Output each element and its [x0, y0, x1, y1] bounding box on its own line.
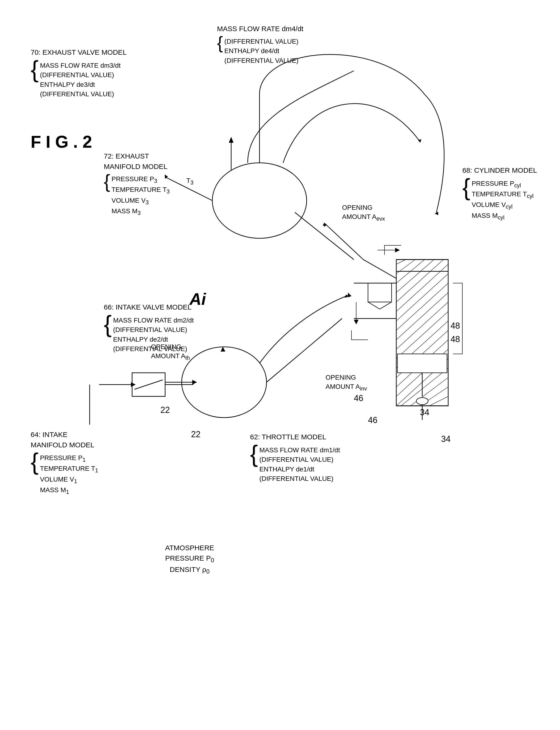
opening-evx-label: OPENING AMOUNT Aevx	[342, 203, 385, 222]
ref-46-label: 46	[368, 415, 377, 425]
svg-line-12	[396, 302, 448, 349]
atmosphere-pressure: PRESSURE P0	[165, 553, 214, 564]
label-64-name: MANIFOLD MODEL	[31, 440, 98, 450]
label-66-title: 66: INTAKE VALVE MODEL	[104, 302, 194, 312]
opening-inv-title: OPENING	[326, 373, 367, 382]
label-68-vars: PRESSURE Pcyl TEMPERATURE Tcyl VOLUME Vc…	[472, 179, 533, 222]
svg-marker-32	[131, 382, 136, 387]
svg-marker-47	[354, 320, 359, 324]
cylinder-model-label: 68: CYLINDER MODEL { PRESSURE Pcyl TEMPE…	[462, 165, 537, 222]
label-64-title: 64: INTAKE	[31, 429, 98, 440]
brace-66: {	[104, 313, 112, 335]
svg-line-10	[396, 283, 448, 330]
exhaust-manifold-model-label: 72: EXHAUST MANIFOLD MODEL { PRESSURE P3…	[104, 151, 170, 217]
label-70-diff1: (DIFFERENTIAL VALUE)	[40, 70, 121, 80]
svg-marker-35	[192, 380, 197, 385]
label-70-title: 70: EXHAUST VALVE MODEL	[31, 47, 127, 58]
ref-46: 46	[354, 393, 363, 403]
figure-label: F I G . 2	[31, 132, 92, 151]
opening-inv-label: OPENING AMOUNT Ainv	[326, 373, 367, 392]
label-62-massflow: MASS FLOW RATE dm1/dt	[259, 445, 340, 455]
label-68-pressure: PRESSURE Pcyl	[472, 179, 533, 189]
brace-70: {	[31, 59, 38, 80]
label-62-enthalpy: ENTHALPY de1/dt	[259, 465, 340, 474]
svg-point-26	[416, 398, 428, 405]
label-66-massflow: MASS FLOW RATE dm2/dt	[113, 316, 194, 325]
atmosphere-label: ATMOSPHERE PRESSURE P0 DENSITY ρ0	[165, 543, 214, 576]
svg-line-9	[396, 274, 448, 321]
svg-point-33	[212, 163, 307, 238]
label-72-temperature: TEMPERATURE T3	[112, 185, 170, 196]
intake-manifold-model-label: 64: INTAKE MANIFOLD MODEL { PRESSURE P1 …	[31, 429, 98, 496]
page: F I G . 2	[0, 0, 560, 730]
label-72-mass: MASS M3	[112, 206, 170, 217]
throttle-model-label: 62: THROTTLE MODEL { MASS FLOW RATE dm1/…	[250, 432, 340, 484]
svg-line-3	[396, 260, 406, 264]
label-68-mass: MASS Mcyl	[472, 211, 533, 222]
svg-line-13	[396, 311, 448, 359]
ref-34: 34	[420, 407, 429, 417]
t3-temp-label: T3	[186, 177, 193, 186]
label-66-diff1: (DIFFERENTIAL VALUE)	[113, 325, 194, 335]
atmosphere-title: ATMOSPHERE	[165, 543, 214, 553]
svg-marker-45	[395, 248, 400, 252]
ref-34-label: 34	[441, 434, 451, 444]
ref-48-label: 48	[451, 321, 460, 331]
dm4-diff1: (DIFFERENTIAL VALUE)	[224, 37, 298, 46]
brace-64: {	[31, 451, 38, 472]
label-70-brace-group: { MASS FLOW RATE dm3/dt (DIFFERENTIAL VA…	[31, 59, 127, 99]
label-68-title: 68: CYLINDER MODEL	[462, 165, 537, 176]
svg-line-31	[134, 380, 163, 389]
dm4-vars: (DIFFERENTIAL VALUE) ENTHALPY de4/dt (DI…	[224, 37, 298, 66]
label-64-mass: MASS M1	[40, 485, 98, 496]
svg-rect-24	[397, 354, 447, 373]
label-72-number: 72: EXHAUST	[104, 151, 170, 161]
label-62-diff2: (DIFFERENTIAL VALUE)	[259, 474, 340, 484]
diagram-svg: 48 34 46 22	[0, 0, 560, 730]
ref-22: 22	[160, 405, 170, 415]
opening-throttle-title: OPENING	[151, 342, 190, 351]
label-64-temperature: TEMPERATURE T1	[40, 464, 98, 474]
label-72-brace-group: { PRESSURE P3 TEMPERATURE T3 VOLUME V3 M…	[104, 172, 170, 217]
svg-marker-42	[344, 294, 348, 298]
label-72-volume: VOLUME V3	[112, 196, 170, 206]
label-72-pressure: PRESSURE P3	[112, 174, 170, 185]
label-64-vars: PRESSURE P1 TEMPERATURE T1 VOLUME V1 MAS…	[40, 453, 98, 496]
dm4-label: MASS FLOW RATE dm4/dt { (DIFFERENTIAL VA…	[217, 24, 303, 65]
opening-throttle-amount: AMOUNT Ath	[151, 351, 190, 362]
label-70-vars: MASS FLOW RATE dm3/dt (DIFFERENTIAL VALU…	[40, 61, 121, 99]
label-62-brace-group: { MASS FLOW RATE dm1/dt (DIFFERENTIAL VA…	[250, 443, 340, 484]
svg-line-7	[396, 260, 443, 302]
label-62-vars: MASS FLOW RATE dm1/dt (DIFFERENTIAL VALU…	[259, 445, 340, 484]
opening-inv-amount: AMOUNT Ainv	[326, 382, 367, 392]
opening-evx-amount: AMOUNT Aevx	[342, 212, 385, 222]
label-68-temperature: TEMPERATURE Tcyl	[472, 189, 533, 200]
label-70-massflow: MASS FLOW RATE dm3/dt	[40, 61, 121, 71]
brace-72: {	[104, 172, 110, 190]
opening-throttle-label: OPENING AMOUNT Ath	[151, 342, 190, 362]
svg-marker-34	[229, 137, 234, 143]
label-68-volume: VOLUME Vcyl	[472, 200, 533, 211]
ref-22-label: 22	[191, 429, 201, 439]
brace-62: {	[250, 443, 258, 464]
label-70-enthalpy: ENTHALPY de3/dt	[40, 80, 121, 90]
svg-line-11	[396, 293, 448, 340]
label-70-diff2: (DIFFERENTIAL VALUE)	[40, 89, 121, 99]
label-62-diff1: (DIFFERENTIAL VALUE)	[259, 455, 340, 465]
exhaust-valve-model-label: 70: EXHAUST VALVE MODEL { MASS FLOW RATE…	[31, 47, 127, 99]
ai-label: Ai	[189, 290, 206, 309]
label-64-brace-group: { PRESSURE P1 TEMPERATURE T1 VOLUME V1 M…	[31, 451, 98, 496]
ref-48: 48	[451, 334, 460, 344]
label-68-brace-group: { PRESSURE Pcyl TEMPERATURE Tcyl VOLUME …	[462, 176, 537, 222]
label-72-name: MANIFOLD MODEL	[104, 161, 170, 172]
svg-marker-41	[221, 347, 225, 352]
dm4-diff2: (DIFFERENTIAL VALUE)	[224, 56, 298, 66]
label-64-volume: VOLUME V1	[40, 475, 98, 485]
opening-evx-title: OPENING	[342, 203, 385, 212]
svg-line-6	[396, 260, 434, 293]
brace-dm4: {	[217, 35, 223, 51]
brace-68: {	[462, 176, 470, 198]
label-64-pressure: PRESSURE P1	[40, 453, 98, 464]
dm4-brace-group: { (DIFFERENTIAL VALUE) ENTHALPY de4/dt (…	[217, 35, 303, 66]
atmosphere-density: DENSITY ρ0	[165, 564, 214, 576]
